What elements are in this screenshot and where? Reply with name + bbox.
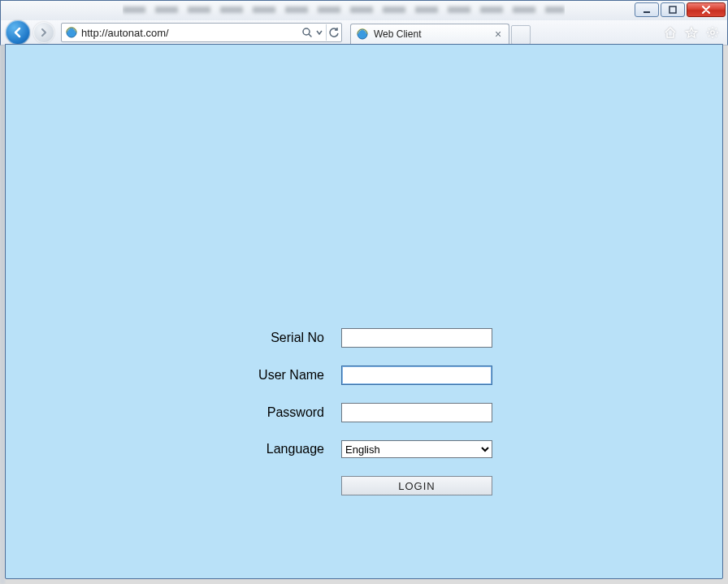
user-name-input[interactable] [341,366,492,385]
refresh-icon[interactable] [326,24,340,41]
url-input[interactable] [81,24,300,41]
forward-button[interactable] [33,22,54,43]
address-tools [300,24,341,41]
caption-buttons [633,2,726,17]
label-serial-no: Serial No [234,327,340,348]
minimize-button[interactable] [635,2,659,17]
svg-point-8 [711,31,714,34]
svg-rect-1 [670,6,676,13]
language-select[interactable]: English [341,440,492,458]
toolbar-right [664,26,727,39]
address-bar[interactable] [61,23,342,42]
tab-title: Web Client [374,28,492,40]
row-language: Language English [234,439,494,459]
svg-line-15 [708,36,710,37]
back-button[interactable] [6,20,30,45]
ie-page-icon [65,26,78,39]
close-button[interactable] [687,2,726,17]
new-tab-button[interactable] [511,25,531,45]
page-viewport: Serial No User Name Password [5,44,723,579]
row-user-name: User Name [234,365,494,386]
serial-no-input[interactable] [341,328,492,348]
home-icon[interactable] [664,26,677,39]
gear-icon[interactable] [706,26,719,39]
browser-window: Web Client × [0,0,728,584]
arrow-left-icon [11,26,24,39]
ie-page-icon [356,28,369,41]
password-input[interactable] [341,403,492,422]
maximize-button[interactable] [661,2,685,17]
search-icon[interactable] [300,24,314,41]
svg-rect-0 [644,11,650,13]
tab-close-icon[interactable]: × [492,28,504,40]
svg-line-13 [708,28,710,30]
label-password: Password [234,402,340,423]
window-title-bar [0,0,728,20]
row-login-button: LOGIN [234,475,494,496]
star-icon[interactable] [685,26,698,39]
row-serial-no: Serial No [234,327,494,348]
login-button[interactable]: LOGIN [341,476,492,495]
svg-line-5 [309,34,311,37]
svg-line-14 [716,36,717,37]
background-window-text [123,3,565,18]
browser-tab[interactable]: Web Client × [350,24,509,45]
arrow-right-icon [39,28,49,37]
chevron-down-icon[interactable] [314,24,324,41]
login-form: Serial No User Name Password [234,311,494,513]
row-password: Password [234,402,494,423]
browser-toolbar: Web Client × [0,20,728,45]
svg-line-16 [716,28,717,30]
label-language: Language [234,439,340,459]
label-user-name: User Name [234,365,340,386]
